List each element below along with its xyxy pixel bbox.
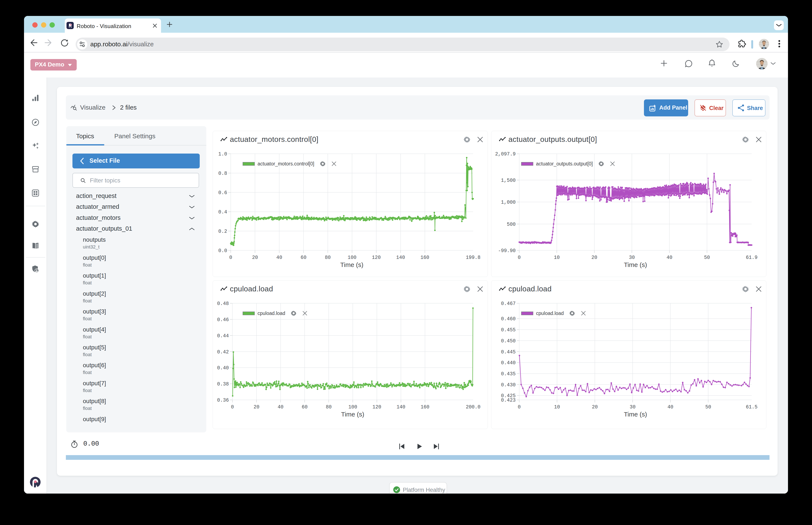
svg-text:0.42: 0.42 bbox=[217, 349, 229, 355]
svg-text:1,000: 1,000 bbox=[501, 200, 516, 205]
svg-text:0: 0 bbox=[231, 404, 234, 410]
svg-text:0.450: 0.450 bbox=[501, 338, 516, 344]
svg-text:60: 60 bbox=[301, 255, 307, 260]
svg-text:0.0: 0.0 bbox=[218, 248, 227, 254]
svg-text:0.48: 0.48 bbox=[217, 301, 229, 306]
svg-text:Time (s): Time (s) bbox=[341, 411, 364, 418]
svg-text:0.4: 0.4 bbox=[218, 209, 227, 215]
svg-text:0: 0 bbox=[518, 255, 521, 260]
svg-text:0: 0 bbox=[518, 404, 521, 410]
svg-text:200.0: 200.0 bbox=[466, 404, 481, 410]
svg-text:100: 100 bbox=[349, 404, 357, 410]
svg-text:50: 50 bbox=[704, 255, 710, 260]
svg-text:160: 160 bbox=[420, 404, 429, 410]
svg-text:0.467: 0.467 bbox=[501, 301, 516, 306]
svg-text:20: 20 bbox=[253, 404, 260, 410]
svg-text:20: 20 bbox=[591, 255, 597, 260]
svg-text:0.46: 0.46 bbox=[217, 317, 229, 322]
svg-text:20: 20 bbox=[592, 404, 598, 410]
svg-text:40: 40 bbox=[276, 255, 282, 260]
svg-text:40: 40 bbox=[666, 255, 673, 260]
svg-text:40: 40 bbox=[278, 404, 284, 410]
svg-text:1.0: 1.0 bbox=[218, 151, 227, 157]
svg-text:10: 10 bbox=[554, 255, 560, 260]
svg-text:40: 40 bbox=[667, 404, 674, 410]
svg-text:50: 50 bbox=[705, 404, 711, 410]
svg-text:10: 10 bbox=[554, 404, 560, 410]
svg-text:0: 0 bbox=[229, 255, 232, 260]
svg-text:0.460: 0.460 bbox=[501, 316, 516, 322]
svg-text:140: 140 bbox=[396, 255, 405, 260]
svg-text:-99.90: -99.90 bbox=[498, 248, 516, 254]
svg-text:Time (s): Time (s) bbox=[624, 411, 647, 418]
svg-text:0.445: 0.445 bbox=[501, 349, 516, 355]
svg-text:Time (s): Time (s) bbox=[624, 261, 647, 268]
svg-text:0.440: 0.440 bbox=[501, 360, 516, 366]
svg-text:0.430: 0.430 bbox=[501, 382, 516, 388]
svg-text:100: 100 bbox=[348, 255, 356, 260]
svg-text:0.40: 0.40 bbox=[217, 365, 229, 371]
svg-text:80: 80 bbox=[325, 255, 331, 260]
svg-text:140: 140 bbox=[396, 404, 405, 410]
svg-text:120: 120 bbox=[372, 404, 381, 410]
svg-text:Time (s): Time (s) bbox=[340, 261, 364, 268]
svg-text:0.44: 0.44 bbox=[217, 333, 229, 339]
svg-text:0.6: 0.6 bbox=[218, 190, 227, 196]
svg-text:0.455: 0.455 bbox=[501, 327, 516, 333]
svg-text:60: 60 bbox=[302, 404, 308, 410]
svg-text:120: 120 bbox=[372, 255, 381, 260]
svg-text:20: 20 bbox=[252, 255, 258, 260]
svg-text:30: 30 bbox=[629, 255, 635, 260]
svg-text:1,500: 1,500 bbox=[501, 178, 516, 183]
svg-text:61.9: 61.9 bbox=[746, 255, 757, 260]
svg-text:30: 30 bbox=[630, 404, 636, 410]
svg-text:0.423: 0.423 bbox=[501, 397, 516, 403]
svg-text:0.435: 0.435 bbox=[501, 371, 516, 377]
svg-text:0.8: 0.8 bbox=[218, 171, 227, 176]
svg-text:500: 500 bbox=[507, 222, 516, 227]
svg-text:199.8: 199.8 bbox=[466, 255, 481, 260]
svg-text:61.5: 61.5 bbox=[746, 404, 757, 410]
svg-text:80: 80 bbox=[326, 404, 331, 410]
svg-text:0.36: 0.36 bbox=[217, 397, 229, 403]
svg-text:0.38: 0.38 bbox=[217, 381, 229, 387]
svg-text:160: 160 bbox=[420, 255, 429, 260]
svg-text:0.2: 0.2 bbox=[218, 229, 227, 234]
svg-text:2,097.9: 2,097.9 bbox=[495, 151, 516, 157]
